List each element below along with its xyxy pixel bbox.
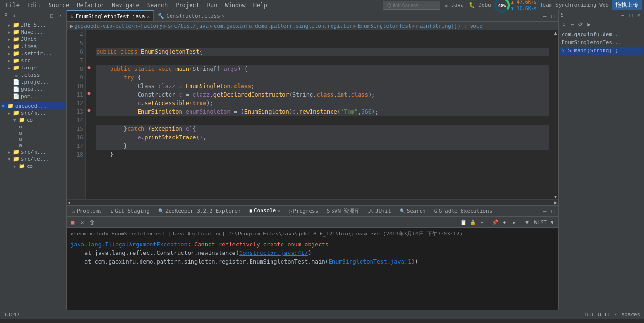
h-scrollbar[interactable]: ◀ ▶ bbox=[67, 199, 558, 205]
scroll-lock-btn[interactable]: 🔒 bbox=[469, 218, 477, 226]
tab-close-enum[interactable]: ✕ bbox=[147, 14, 150, 19]
sync-label[interactable]: Team Synchronizing bbox=[540, 2, 596, 8]
tree-item-gupa[interactable]: 📄 gupa... bbox=[1, 86, 65, 93]
tree-item-jre[interactable]: ▶ 📁 JRE S... bbox=[1, 21, 65, 29]
tree-item-project[interactable]: 📄 .proje... bbox=[1, 78, 65, 86]
tab-console[interactable]: ▣ Console ✕ bbox=[246, 206, 284, 215]
tree-item-co1[interactable]: ▼ 📁 co bbox=[1, 117, 65, 124]
right-tool-3[interactable]: ⟳ bbox=[576, 21, 584, 28]
menu-run[interactable]: Run bbox=[203, 1, 221, 10]
tree-item-srcm2[interactable]: ▶ 📁 src/m... bbox=[1, 148, 65, 156]
console-close-btn[interactable]: ✕ bbox=[277, 208, 280, 213]
menu-search[interactable]: Search bbox=[143, 1, 171, 10]
breadcrumb-method[interactable]: main(String[]) : void bbox=[416, 23, 483, 29]
menu-navigate[interactable]: Navigate bbox=[108, 1, 143, 10]
right-close-btn[interactable]: ✕ bbox=[635, 11, 642, 19]
right-maximize-btn[interactable]: □ bbox=[627, 11, 634, 19]
menu-window[interactable]: Window bbox=[221, 1, 249, 10]
tree-item-sub2[interactable]: ⊞ bbox=[1, 130, 65, 136]
breadcrumb-root[interactable]: gupaoedu-vip-pattern-factory bbox=[74, 23, 162, 29]
word-wrap-btn[interactable]: ↩ bbox=[478, 218, 487, 226]
editor-scrollbar[interactable]: ▲ ▼ bbox=[553, 30, 558, 199]
scroll-up-btn[interactable]: ▲ bbox=[553, 30, 558, 36]
tree-item-class[interactable]: ☕ .class bbox=[1, 71, 65, 78]
tree-item-junit[interactable]: ▶ 📁 JUnit bbox=[1, 36, 65, 43]
tree-item-srcm1[interactable]: ▶ 📁 src/m... bbox=[1, 109, 65, 117]
console-dropdown-btn[interactable]: ▼ bbox=[523, 218, 532, 226]
java-perspective[interactable]: ☕ Java bbox=[445, 2, 464, 8]
bottom-maximize-btn[interactable]: □ bbox=[549, 207, 556, 215]
tab-junit[interactable]: Ju JUnit bbox=[364, 207, 395, 215]
scroll-down-btn[interactable]: ▼ bbox=[553, 194, 558, 199]
web-label[interactable]: Web bbox=[599, 2, 609, 8]
toolbar-sep2 bbox=[521, 219, 521, 225]
tree-item-sub4[interactable]: ⊞ bbox=[1, 142, 65, 148]
enum-test-link[interactable]: EnumSingletonTest.java:13 bbox=[329, 258, 415, 265]
menu-project[interactable]: Project bbox=[171, 1, 203, 10]
error-class-link[interactable]: java.lang.IllegalArgumentException bbox=[70, 241, 188, 248]
tree-item-co2[interactable]: ▼ 📁 co bbox=[1, 163, 65, 170]
right-item-class[interactable]: com.gaoxinfu.dem... bbox=[560, 30, 643, 39]
right-tool-1[interactable]: ↕ bbox=[561, 21, 568, 28]
tree-item-maven[interactable]: ▶ 📁 Mave... bbox=[1, 29, 65, 36]
tree-item-target[interactable]: ▶ 📁 targe... bbox=[1, 64, 65, 71]
code-editor[interactable]: 4 5 6 7 8 9 10 11 12 13 14 15 16 17 18 bbox=[67, 30, 558, 199]
sidebar-collapse-btn[interactable]: P bbox=[2, 11, 10, 19]
clear-btn[interactable]: 🗑 bbox=[88, 218, 96, 226]
upload-button[interactable]: 拖拽上传 bbox=[612, 0, 642, 10]
breadcrumb-package[interactable]: com.gaoxinfu.demo.pattern.singleton.regi… bbox=[214, 23, 352, 29]
tree-item-pom[interactable]: 📄 pom.. bbox=[1, 93, 65, 100]
sidebar-minimize-btn[interactable]: — bbox=[40, 11, 47, 19]
tab-search[interactable]: 🔍 Search bbox=[396, 207, 430, 215]
constructor-link[interactable]: Constructor.java:417 bbox=[239, 250, 308, 256]
terminate-btn[interactable]: ■ bbox=[69, 218, 77, 226]
bottom-minimize-btn[interactable]: — bbox=[542, 207, 549, 215]
tab-maximize-btn[interactable]: □ bbox=[549, 12, 556, 20]
tab-git-staging[interactable]: ± Git Staging bbox=[107, 207, 153, 215]
copy-output-btn[interactable]: 📋 bbox=[459, 218, 468, 226]
tree-item-idea[interactable]: ▶ 📁 .idea bbox=[1, 43, 65, 50]
pin-btn[interactable]: 📌 bbox=[491, 218, 500, 226]
new-console-btn[interactable]: + bbox=[501, 218, 509, 226]
tree-item-settings[interactable]: ▶ 📁 .settir... bbox=[1, 50, 65, 57]
remove-btn[interactable]: ✕ bbox=[78, 218, 87, 226]
tree-item-sub1[interactable]: ⊞ bbox=[1, 124, 65, 130]
menu-source[interactable]: Source bbox=[45, 1, 73, 10]
tab-progress[interactable]: ▷ Progress bbox=[285, 207, 322, 215]
tab-svn[interactable]: S SVN 资源库 bbox=[323, 206, 363, 215]
menu-help[interactable]: Help bbox=[250, 1, 271, 10]
tree-item-sub3[interactable]: ⊞ bbox=[1, 136, 65, 142]
scroll-left-btn[interactable]: ◀ bbox=[67, 200, 71, 205]
right-item-main[interactable]: S S main(String[]) bbox=[560, 47, 643, 55]
sidebar-close-btn[interactable]: ✕ bbox=[57, 11, 64, 19]
menu-edit[interactable]: Edit bbox=[23, 1, 45, 10]
debug-perspective[interactable]: 🐛 Debu bbox=[469, 2, 491, 8]
right-item-test[interactable]: EnumSingletonTes... bbox=[560, 39, 643, 47]
tab-close-constructor[interactable]: ✕ bbox=[222, 13, 225, 19]
tab-gradle[interactable]: G Gradle Executions bbox=[431, 207, 496, 215]
quick-access-input[interactable] bbox=[383, 1, 440, 10]
menu-file[interactable]: File bbox=[2, 1, 23, 10]
scroll-right-btn[interactable]: ▶ bbox=[553, 200, 558, 205]
code-content[interactable]: public class EnumSingletonTest { public … bbox=[92, 30, 553, 199]
right-tool-4[interactable]: ▶ bbox=[585, 21, 593, 28]
menu-refactor[interactable]: Refactor bbox=[73, 1, 108, 10]
right-minimize-btn[interactable]: — bbox=[619, 11, 626, 19]
sidebar-sync-btn[interactable]: ↕ bbox=[10, 11, 18, 19]
sidebar-expand-btn[interactable]: □ bbox=[48, 11, 56, 19]
wlst-dropdown[interactable]: ▼ bbox=[548, 218, 556, 226]
console-output[interactable]: <terminated> EnumSingletonTest [Java App… bbox=[67, 228, 558, 310]
status-bar: 13:47 UTF-8 LF 4 spaces bbox=[0, 310, 644, 319]
tab-problems[interactable]: ⚠ Problems bbox=[69, 207, 106, 215]
tab-zookeeper[interactable]: 🔍 ZooKeeper 3.2.2 Explorer bbox=[154, 207, 245, 215]
tree-item-srcte[interactable]: ▼ 📁 src/te... bbox=[1, 156, 65, 163]
tab-constructor[interactable]: 🔧 Constructor.class ✕ bbox=[154, 10, 229, 21]
right-tool-2[interactable]: ↔ bbox=[569, 21, 576, 28]
tab-minimize-btn[interactable]: — bbox=[542, 12, 549, 20]
tab-enum-singleton[interactable]: ☕ EnumSingletonTest.java ✕ bbox=[67, 10, 154, 21]
breadcrumb-src[interactable]: src/test/java bbox=[168, 23, 209, 29]
tree-item-gupaoed[interactable]: ▼ 📁 gupaoed... bbox=[1, 102, 65, 109]
breadcrumb-class[interactable]: EnumSingletonTest bbox=[358, 23, 412, 29]
open-console-btn[interactable]: ▶ bbox=[510, 218, 519, 226]
tree-item-src[interactable]: ▶ 📁 src bbox=[1, 57, 65, 64]
